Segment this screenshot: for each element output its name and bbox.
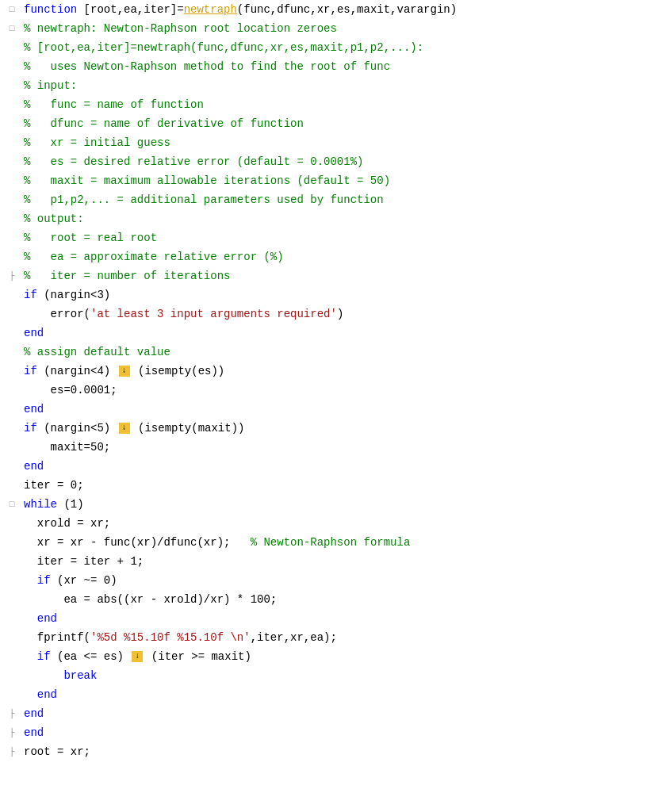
token-comment: % maxit = maximum allowable iterations (… [24,174,390,187]
token-comment: % p1,p2,... = additional parameters used… [24,193,384,206]
code-line: end [0,324,651,343]
code-line: if (ea <= es) ↓ (iter >= maxit) [0,647,651,666]
line-content: % root = real root [21,228,651,247]
code-line: end [0,609,651,628]
token-kw: if [24,574,51,587]
token-comment: % [root,ea,iter]=newtraph(func,dfunc,xr,… [24,41,423,54]
token-comment: % iter = number of iterations [24,270,230,282]
line-content: while (1) [21,495,651,514]
token-comment: % dfunc = name of derivative of function [24,117,304,130]
code-line: % assign default value [0,343,651,362]
code-line: xr = xr - func(xr)/dfunc(xr); % Newton-R… [0,533,651,552]
code-line: % maxit = maximum allowable iterations (… [0,171,651,190]
token-normal: xr = xr - func(xr)/dfunc(xr); [24,536,251,549]
line-content: function [root,ea,iter]=newtraph(func,df… [21,0,651,19]
fold-gutter: ├ [3,742,21,761]
code-line: if (xr ~= 0) [0,571,651,590]
code-line: xrold = xr; [0,514,651,533]
token-normal: ,iter,xr,ea); [251,631,337,644]
token-comment: % root = real root [24,232,157,244]
code-line: fprintf('%5d %15.10f %15.10f \n',iter,xr… [0,628,651,647]
code-line: % uses Newton-Raphson method to find the… [0,57,651,76]
token-normal: xrold = xr; [24,517,110,530]
fold-gutter[interactable]: □ [3,495,21,514]
token-comment: % output: [24,213,84,225]
line-content: % dfunc = name of derivative of function [21,114,651,133]
fold-gutter[interactable]: □ [3,19,21,38]
token-normal: (ea <= es) [51,650,131,663]
code-line: % ea = approximate relative error (%) [0,247,651,266]
token-normal: (nargin<5) [37,422,117,435]
line-content: if (nargin<4) ↓ (isempty(es)) [21,362,651,381]
line-content: if (ea <= es) ↓ (iter >= maxit) [21,647,651,666]
code-line: maxit=50; [0,438,651,457]
line-content: if (xr ~= 0) [21,571,651,590]
token-comment: % es = desired relative error (default =… [24,155,363,168]
fold-gutter[interactable]: □ [3,0,21,19]
token-normal: maxit=50; [24,441,110,454]
token-normal: iter = 0; [24,479,84,492]
token-kw: end [24,403,44,416]
line-content: es=0.0001; [21,381,651,400]
token-comment: % func = name of function [24,98,204,111]
token-comment: % input: [24,79,77,92]
token-kw: function [24,3,77,16]
token-normal: ea = abs((xr - xrold)/xr) * 100; [24,593,277,606]
code-line: ├end [0,704,651,723]
line-content: end [21,609,651,628]
line-content: % [root,ea,iter]=newtraph(func,dfunc,xr,… [21,38,651,57]
code-line: break [0,666,651,685]
code-line: % output: [0,209,651,228]
token-comment: % xr = initial guess [24,136,170,149]
token-comment: % newtraph: Newton-Raphson root location… [24,22,337,35]
token-fn-name: newtraph [184,3,237,16]
line-content: end [21,723,651,742]
line-content: % newtraph: Newton-Raphson root location… [21,19,651,38]
line-content: error('at least 3 input arguments requir… [21,304,651,324]
line-content: fprintf('%5d %15.10f %15.10f \n',iter,xr… [21,628,651,647]
token-normal: fprintf( [24,631,90,644]
code-line: □function [root,ea,iter]=newtraph(func,d… [0,0,651,19]
token-normal: es=0.0001; [24,384,117,396]
token-kw: if [24,650,51,663]
code-editor: □function [root,ea,iter]=newtraph(func,d… [0,0,651,761]
token-str: 'at least 3 input arguments required' [90,308,337,320]
token-normal: (nargin<3) [37,289,110,301]
token-normal: ) [337,308,343,320]
line-content: if (nargin<5) ↓ (isempty(maxit)) [21,419,651,438]
line-content: % ea = approximate relative error (%) [21,247,651,266]
line-content: ea = abs((xr - xrold)/xr) * 100; [21,590,651,609]
line-content: xr = xr - func(xr)/dfunc(xr); % Newton-R… [21,533,651,552]
code-line: if (nargin<3) [0,285,651,304]
line-content: % uses Newton-Raphson method to find the… [21,57,651,76]
code-line: end [0,400,651,419]
line-content: root = xr; [21,742,651,761]
token-kw: break [24,669,97,682]
token-str: '%5d %15.10f %15.10f \n' [90,631,251,644]
code-line: % p1,p2,... = additional parameters used… [0,190,651,209]
line-content: % es = desired relative error (default =… [21,152,651,171]
line-content: iter = iter + 1; [21,552,651,571]
line-content: % p1,p2,... = additional parameters used… [21,190,651,209]
token-kw: end [24,612,57,625]
token-comment: % assign default value [24,346,170,358]
token-kw: end [24,726,44,739]
token-comment: % Newton-Raphson formula [251,536,411,549]
token-normal: (nargin<4) [37,365,117,377]
token-comment: % uses Newton-Raphson method to find the… [24,60,390,73]
line-content: xrold = xr; [21,514,651,533]
token-normal: [root,ea,iter]= [77,3,183,16]
token-normal: iter = iter + 1; [24,555,144,568]
code-line: □% newtraph: Newton-Raphson root locatio… [0,19,651,38]
token-kw: while [24,498,57,511]
line-content: % iter = number of iterations [21,266,651,285]
token-kw: end [24,688,57,701]
code-line: ea = abs((xr - xrold)/xr) * 100; [0,590,651,609]
code-line: % xr = initial guess [0,133,651,152]
warning-icon: ↓ [132,651,143,662]
code-line: □while (1) [0,495,651,514]
warning-icon: ↓ [119,366,130,377]
line-content: % maxit = maximum allowable iterations (… [21,171,651,190]
code-line: end [0,457,651,476]
line-content: % func = name of function [21,95,651,114]
